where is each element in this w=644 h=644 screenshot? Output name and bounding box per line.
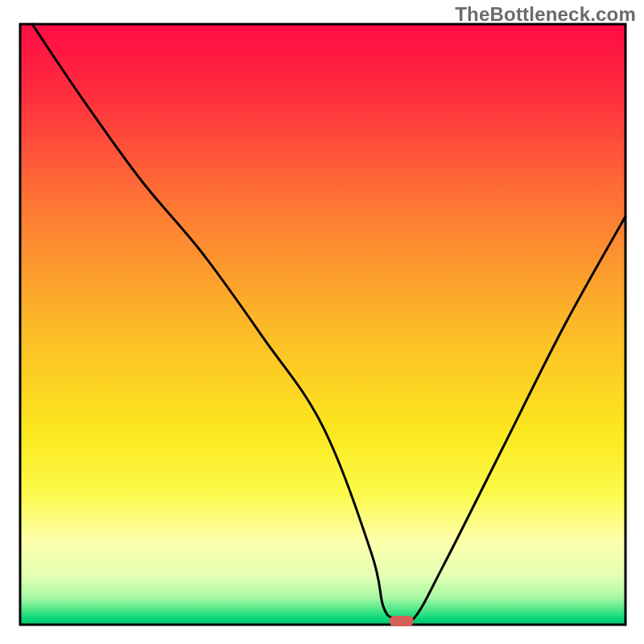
chart-svg (0, 0, 644, 644)
optimal-marker (390, 616, 414, 626)
chart-background (20, 24, 625, 625)
watermark-text: TheBottleneck.com (455, 3, 636, 26)
bottleneck-chart: TheBottleneck.com (0, 0, 644, 644)
